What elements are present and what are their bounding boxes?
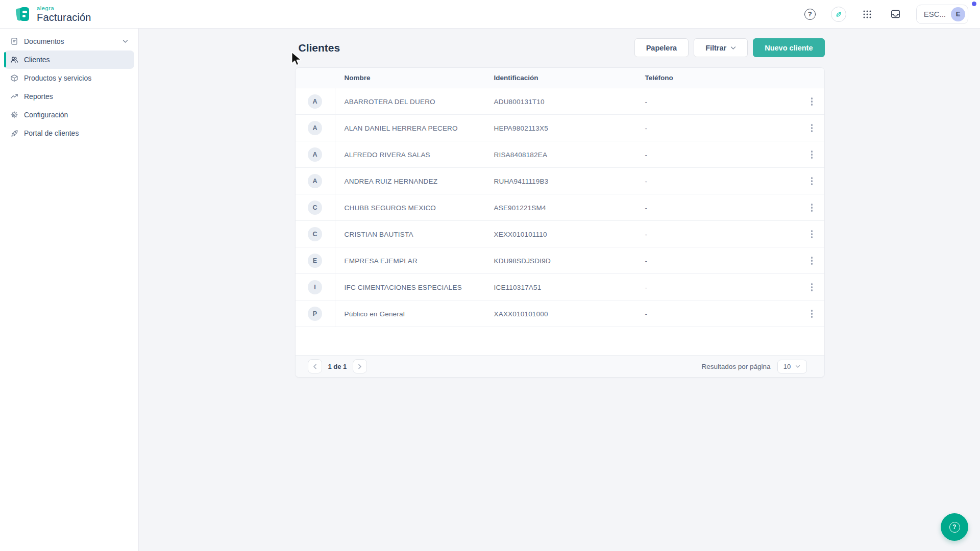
- question-mark-icon: ?: [949, 522, 960, 533]
- apps-menu-button[interactable]: [859, 6, 875, 22]
- next-page-button[interactable]: [353, 359, 367, 373]
- user-avatar: E: [951, 7, 965, 21]
- main-content: Clientes Papelera Filtrar Nuevo cliente …: [139, 29, 980, 378]
- new-client-button[interactable]: Nuevo cliente: [753, 38, 824, 57]
- client-id: XEXX010101110: [485, 231, 636, 238]
- client-id: ASE901221SM4: [485, 204, 636, 212]
- help-icon: ?: [804, 9, 816, 20]
- client-id: KDU98SDJSDI9D: [485, 257, 636, 265]
- sidebar-item-configuracion[interactable]: Configuración: [4, 106, 134, 124]
- chevron-left-icon: [313, 364, 317, 369]
- column-nombre: Nombre: [335, 74, 485, 82]
- topbar-actions: ?: [802, 5, 980, 24]
- table-row[interactable]: I IFC CIMENTACIONES ESPECIALES ICE110317…: [296, 274, 824, 300]
- page-title: Clientes: [295, 42, 340, 54]
- chevron-right-icon: [358, 364, 362, 369]
- table-row[interactable]: C CHUBB SEGUROS MEXICO ASE901221SM4 -: [296, 194, 824, 221]
- sidebar-item-label: Configuración: [24, 111, 68, 119]
- row-actions-button[interactable]: [806, 95, 818, 108]
- table-row[interactable]: A ALFREDO RIVERA SALAS RISA8408182EA -: [296, 141, 824, 168]
- client-phone: -: [636, 310, 800, 318]
- client-id: HEPA9802113X5: [485, 124, 636, 132]
- row-actions-button[interactable]: [806, 308, 818, 320]
- client-name: CHUBB SEGUROS MEXICO: [335, 204, 485, 212]
- table-row[interactable]: A ALAN DANIEL HERRERA PECERO HEPA9802113…: [296, 115, 824, 141]
- sustainability-button[interactable]: [830, 6, 847, 22]
- sidebar-item-label: Productos y servicios: [24, 74, 91, 82]
- table-row[interactable]: C CRISTIAN BAUTISTA XEXX010101110 -: [296, 221, 824, 247]
- sidebar-item-label: Portal de clientes: [24, 129, 79, 137]
- logo-product: Facturación: [37, 12, 91, 22]
- client-name: ANDREA RUIZ HERNANDEZ: [335, 178, 485, 185]
- client-phone: -: [636, 284, 800, 291]
- logo-text: alegra Facturación: [37, 6, 91, 22]
- gear-icon: [10, 111, 18, 119]
- column-identificacion: Identificación: [485, 74, 636, 82]
- sidebar-item-label: Clientes: [24, 56, 50, 64]
- floating-help-button[interactable]: ?: [941, 513, 968, 541]
- table-row[interactable]: P Público en General XAXX010101000 -: [296, 300, 824, 327]
- row-actions-button[interactable]: [806, 148, 818, 161]
- client-phone: -: [636, 124, 800, 132]
- row-actions-button[interactable]: [806, 255, 818, 267]
- package-icon: [10, 74, 18, 82]
- table-row[interactable]: A ANDREA RUIZ HERNANDEZ RUHA9411119B3 -: [296, 168, 824, 194]
- sidebar-item-documentos[interactable]: Documentos: [4, 32, 134, 51]
- sidebar-item-label: Documentos: [24, 37, 64, 45]
- client-id: RISA8408182EA: [485, 151, 636, 159]
- row-actions-button[interactable]: [806, 281, 818, 293]
- per-page-select[interactable]: 10: [777, 360, 807, 373]
- sidebar-item-portal-de-clientes[interactable]: Portal de clientes: [4, 124, 134, 142]
- avatar: I: [308, 280, 322, 294]
- client-phone: -: [636, 204, 800, 212]
- leaf-icon: [831, 7, 846, 22]
- account-name: ESC...: [924, 10, 946, 18]
- row-actions-button[interactable]: [806, 175, 818, 187]
- chevron-down-icon: [122, 39, 128, 43]
- account-menu[interactable]: ESC... E: [916, 5, 968, 24]
- sidebar-item-productos-y-servicios[interactable]: Productos y servicios: [4, 69, 134, 87]
- client-name: EMPRESA EJEMPLAR: [335, 257, 485, 265]
- row-actions-button[interactable]: [806, 228, 818, 240]
- table-row[interactable]: A ABARROTERA DEL DUERO ADU800131T10 -: [296, 88, 824, 115]
- client-name: ALFREDO RIVERA SALAS: [335, 151, 485, 159]
- sidebar-item-clientes[interactable]: Clientes: [4, 51, 134, 69]
- pagination: 1 de 1: [308, 359, 368, 373]
- sidebar-item-reportes[interactable]: Reportes: [4, 87, 134, 106]
- help-button[interactable]: ?: [802, 6, 818, 22]
- row-actions-button[interactable]: [806, 122, 818, 134]
- client-phone: -: [636, 178, 800, 185]
- page-header: Clientes Papelera Filtrar Nuevo cliente: [295, 38, 825, 57]
- table-row[interactable]: E EMPRESA EJEMPLAR KDU98SDJSDI9D -: [296, 247, 824, 274]
- avatar: E: [308, 254, 322, 268]
- document-icon: [10, 37, 18, 45]
- client-phone: -: [636, 98, 800, 106]
- client-name: IFC CIMENTACIONES ESPECIALES: [335, 284, 485, 291]
- sidebar: Documentos Clientes Productos y servicio…: [0, 29, 139, 551]
- client-name: CRISTIAN BAUTISTA: [335, 231, 485, 238]
- client-id: ICE110317A51: [485, 284, 636, 291]
- results-per-page: Resultados por página 10: [701, 360, 806, 373]
- apps-grid-icon: [863, 10, 872, 19]
- per-page-value: 10: [783, 363, 791, 370]
- filter-button[interactable]: Filtrar: [694, 38, 748, 57]
- users-icon: [10, 56, 18, 64]
- logo-company: alegra: [37, 6, 91, 11]
- trash-button[interactable]: Papelera: [634, 38, 689, 57]
- client-phone: -: [636, 151, 800, 159]
- inbox-button[interactable]: [888, 6, 904, 22]
- table-empty-space: [296, 327, 824, 355]
- row-actions-button[interactable]: [806, 202, 818, 214]
- results-per-page-label: Resultados por página: [701, 363, 770, 370]
- client-phone: -: [636, 231, 800, 238]
- client-name: ALAN DANIEL HERRERA PECERO: [335, 124, 485, 132]
- sidebar-item-label: Reportes: [24, 92, 53, 101]
- notification-dot: [972, 2, 976, 6]
- client-name: Público en General: [335, 310, 485, 318]
- avatar: A: [308, 94, 322, 109]
- previous-page-button[interactable]: [308, 359, 322, 373]
- filter-button-label: Filtrar: [705, 44, 726, 52]
- app-logo[interactable]: alegra Facturación: [0, 6, 91, 23]
- topbar: alegra Facturación ?: [0, 0, 980, 29]
- clients-table-card: Nombre Identificación Teléfono A ABARROT…: [295, 67, 825, 378]
